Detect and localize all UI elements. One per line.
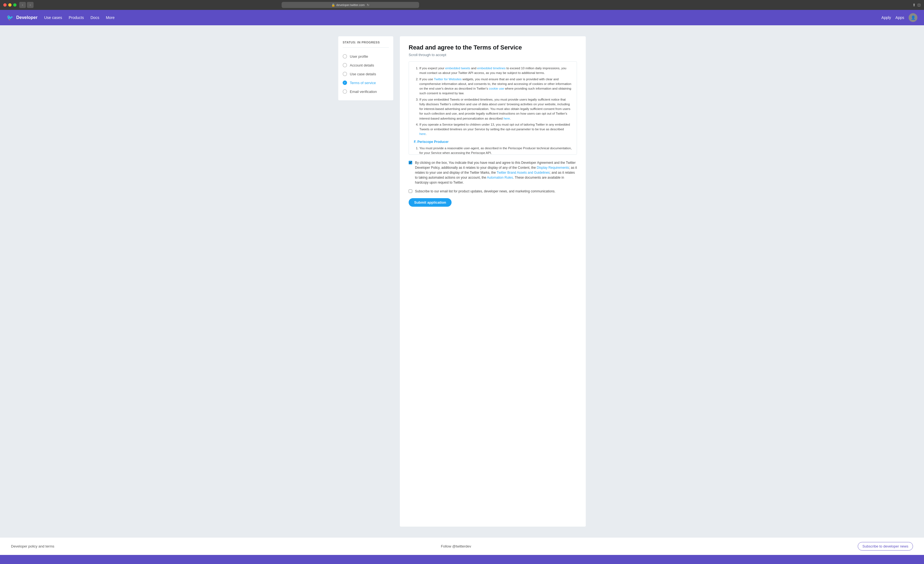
- periscope-section-title[interactable]: F. Periscope Producer: [414, 139, 572, 144]
- address-bar[interactable]: 🔒 developer.twitter.com ↻: [282, 2, 419, 8]
- sidebar-label-use-case: Use case details: [350, 72, 376, 76]
- sidebar-label-email: Email verification: [350, 90, 377, 94]
- nav-links: Use cases Products Docs More: [44, 15, 114, 20]
- sidebar-item-terms[interactable]: ✓ Terms of service: [343, 78, 389, 87]
- sidebar-status-label: STATUS: IN PROGRESS: [343, 41, 389, 48]
- follow-link[interactable]: Follow @twitterdev: [441, 544, 471, 548]
- automation-rules-link[interactable]: Automation Rules: [487, 176, 513, 180]
- terms-scrollable-box[interactable]: If you expect your embedded tweets and e…: [409, 61, 577, 155]
- subscribe-button[interactable]: Subscribe to developer news: [858, 542, 913, 551]
- top-navigation: 🐦 Developer Use cases Products Docs More…: [0, 10, 924, 25]
- apps-button[interactable]: Apps: [896, 15, 904, 20]
- policy-link[interactable]: Developer policy and terms: [11, 544, 54, 548]
- agree-label[interactable]: By clicking on the box, You indicate tha…: [415, 160, 577, 185]
- sidebar-item-email[interactable]: Email verification: [343, 87, 389, 96]
- avatar-icon: 👤: [911, 15, 915, 20]
- here-link-1[interactable]: here: [504, 117, 510, 120]
- sidebar-item-use-case[interactable]: Use case details: [343, 70, 389, 78]
- content-wrapper: STATUS: IN PROGRESS User profile Account…: [338, 36, 586, 527]
- terms-item-3: If you use embedded Tweets or embedded t…: [419, 97, 572, 121]
- footer: Developer policy and terms Follow @twitt…: [0, 538, 924, 555]
- back-button[interactable]: ‹: [19, 2, 26, 8]
- sidebar-icon-email: [343, 89, 347, 94]
- browser-nav: ‹ ›: [19, 2, 33, 8]
- brand-assets-link[interactable]: Twitter Brand Assets and Guidelines: [496, 171, 550, 175]
- footer-bottom-bar: [0, 555, 924, 564]
- here-link-2[interactable]: here: [419, 132, 426, 136]
- nav-right: Apply Apps 👤: [881, 13, 917, 22]
- nav-logo-text: Developer: [16, 15, 38, 20]
- sidebar-item-account-details[interactable]: Account details: [343, 61, 389, 70]
- sidebar-icon-use-case: [343, 72, 347, 76]
- scroll-hint: Scroll through to accept: [409, 53, 577, 57]
- sidebar-icon-terms: ✓: [343, 81, 347, 85]
- nav-use-cases[interactable]: Use cases: [44, 15, 62, 20]
- url-text: developer.twitter.com: [336, 3, 364, 7]
- subscribe-checkbox-row: Subscribe to our email list for product …: [409, 189, 577, 194]
- terms-item-1: If you expect your embedded tweets and e…: [419, 66, 572, 76]
- lock-icon: 🔒: [332, 3, 335, 7]
- terms-item-2: If you use Twitter for Websites widgets,…: [419, 77, 572, 96]
- periscope-item-1: You must provide a reasonable user-agent…: [419, 146, 572, 155]
- sidebar-label-user-profile: User profile: [350, 54, 368, 58]
- page-title: Read and agree to the Terms of Service: [409, 44, 577, 51]
- browser-actions: ⬆ ⊡: [912, 3, 921, 7]
- embedded-timelines-link[interactable]: embedded timelines: [477, 66, 506, 70]
- window-controls: [3, 3, 16, 7]
- maximize-button[interactable]: [13, 3, 16, 7]
- apply-button[interactable]: Apply: [881, 15, 891, 20]
- cookie-use-link[interactable]: cookie use: [489, 87, 504, 90]
- close-button[interactable]: [3, 3, 7, 7]
- page-body: STATUS: IN PROGRESS User profile Account…: [0, 25, 924, 538]
- display-requirements-link[interactable]: Display Requirements: [537, 166, 569, 170]
- sidebar-icon-account-details: [343, 63, 347, 67]
- nav-products[interactable]: Products: [69, 15, 84, 20]
- share-button[interactable]: ⬆: [912, 3, 916, 7]
- embedded-tweets-link[interactable]: embedded tweets: [445, 66, 470, 70]
- nav-docs[interactable]: Docs: [90, 15, 99, 20]
- agree-checkbox-row: By clicking on the box, You indicate tha…: [409, 160, 577, 185]
- sidebar-label-terms: Terms of service: [350, 81, 376, 85]
- terms-item-4: If you operate a Service targeted to chi…: [419, 122, 572, 137]
- sidebar-icon-user-profile: [343, 54, 347, 58]
- nav-more[interactable]: More: [106, 15, 115, 20]
- twitter-bird-icon: 🐦: [7, 14, 14, 21]
- twitter-websites-link[interactable]: Twitter for Websites: [434, 78, 462, 81]
- subscribe-checkbox[interactable]: [409, 189, 412, 193]
- sidebar-item-user-profile[interactable]: User profile: [343, 52, 389, 61]
- forward-button[interactable]: ›: [27, 2, 33, 8]
- submit-application-button[interactable]: Submit application: [409, 198, 452, 207]
- reload-icon[interactable]: ↻: [367, 3, 369, 7]
- agree-checkbox[interactable]: [409, 161, 412, 165]
- browser-chrome: ‹ › 🔒 developer.twitter.com ↻ ⬆ ⊡: [0, 0, 924, 10]
- minimize-button[interactable]: [8, 3, 12, 7]
- nav-logo[interactable]: 🐦 Developer: [7, 14, 38, 21]
- user-avatar[interactable]: 👤: [909, 13, 917, 22]
- sidebar-label-account-details: Account details: [350, 63, 374, 67]
- subscribe-label[interactable]: Subscribe to our email list for product …: [415, 189, 555, 194]
- sidebar: STATUS: IN PROGRESS User profile Account…: [338, 36, 393, 100]
- window-button[interactable]: ⊡: [917, 3, 921, 7]
- main-panel: Read and agree to the Terms of Service S…: [400, 36, 586, 527]
